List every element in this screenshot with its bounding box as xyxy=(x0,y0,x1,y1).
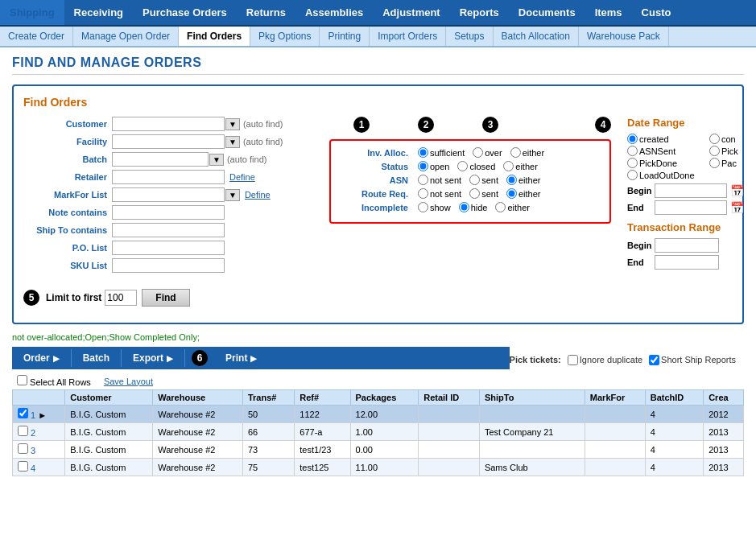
nav-receiving[interactable]: Receiving xyxy=(64,0,133,25)
export-button[interactable]: Export ▶ xyxy=(122,349,184,367)
note-input[interactable] xyxy=(112,205,225,220)
nav-assemblies[interactable]: Assemblies xyxy=(295,0,373,25)
markfor-input[interactable] xyxy=(112,187,225,202)
subnav-import-orders[interactable]: Import Orders xyxy=(370,27,446,46)
retailer-input[interactable] xyxy=(112,170,225,184)
nav-returns[interactable]: Returns xyxy=(237,0,295,25)
inv-alloc-over[interactable]: over xyxy=(473,147,502,158)
asn-not-sent[interactable]: not sent xyxy=(418,175,461,185)
customer-input[interactable] xyxy=(112,117,225,131)
row-checkbox[interactable] xyxy=(18,461,28,472)
trans-begin-input[interactable] xyxy=(655,238,719,253)
ignore-duplicate-check[interactable]: Ignore duplicate xyxy=(568,355,642,365)
batch-input[interactable]: 923 (4) - B.I.G. Custor xyxy=(112,152,209,167)
table-row[interactable]: 1 ► B.I.G. Custom Warehouse #2 50 1122 1… xyxy=(13,406,744,423)
date-radio-loadoutdone[interactable]: LoadOutDone xyxy=(627,170,756,180)
markfor-define-link[interactable]: Define xyxy=(245,190,271,200)
date-radio-pickdone[interactable]: PickDone xyxy=(627,158,706,168)
po-input[interactable] xyxy=(112,241,225,255)
date-radio-pick[interactable]: Pick xyxy=(709,146,756,156)
subnav-find-orders[interactable]: Find Orders xyxy=(179,27,250,46)
nav-adjustment[interactable]: Adjustment xyxy=(373,0,450,25)
nav-documents[interactable]: Documents xyxy=(509,0,585,25)
status-either[interactable]: either xyxy=(503,161,538,171)
select-all-row: Select All Rows Save Layout xyxy=(12,373,744,389)
row-number: 4 xyxy=(31,463,35,473)
date-end-calendar-icon[interactable]: 📅 xyxy=(730,201,744,214)
nav-custom[interactable]: Custo xyxy=(632,0,681,25)
date-radio-con[interactable]: con xyxy=(709,134,756,144)
facility-input[interactable] xyxy=(112,134,225,149)
date-radio-asnsent[interactable]: ASNSent xyxy=(627,146,706,156)
customer-dropdown-btn[interactable]: ▼ xyxy=(225,118,240,130)
subnav-warehouse-pack[interactable]: Warehouse Pack xyxy=(579,27,669,46)
page-title: Find and Manage Orders xyxy=(12,56,744,75)
date-begin-calendar-icon[interactable]: 📅 xyxy=(730,184,744,197)
row-customer: B.I.G. Custom xyxy=(65,406,153,423)
incomplete-either[interactable]: either xyxy=(495,202,530,212)
date-radio-created[interactable]: created xyxy=(627,134,706,144)
find-button[interactable]: Find xyxy=(142,289,189,307)
subnav-pkg-options[interactable]: Pkg Options xyxy=(250,27,320,46)
date-end-label: End xyxy=(627,203,651,212)
save-layout-link[interactable]: Save Layout xyxy=(104,377,153,386)
facility-dropdown-btn[interactable]: ▼ xyxy=(225,136,240,148)
incomplete-hide[interactable]: hide xyxy=(459,202,488,212)
status-open[interactable]: open xyxy=(418,161,449,171)
callout-6: 6 xyxy=(192,350,208,366)
shipto-input[interactable] xyxy=(112,223,225,237)
route-req-sent[interactable]: sent xyxy=(469,188,498,199)
subnav-batch-allocation[interactable]: Batch Allocation xyxy=(494,27,579,46)
batch-button[interactable]: Batch xyxy=(72,349,121,367)
date-begin-input[interactable] xyxy=(655,183,727,198)
ignore-duplicate-checkbox[interactable] xyxy=(568,355,578,365)
row-check-cell: 1 ► xyxy=(13,406,65,423)
select-all-checkbox[interactable] xyxy=(17,375,27,385)
incomplete-show[interactable]: show xyxy=(418,202,451,212)
date-end-input[interactable] xyxy=(655,200,727,215)
table-row[interactable]: 4 B.I.G. Custom Warehouse #2 75 test125 … xyxy=(13,459,744,476)
status-line: not over-allocated;Open;Show Completed O… xyxy=(12,332,744,342)
nav-shipping[interactable]: Shipping xyxy=(0,0,64,25)
row-packages: 12.00 xyxy=(350,406,419,423)
asn-sent[interactable]: sent xyxy=(469,175,498,185)
route-req-not-sent[interactable]: not sent xyxy=(418,188,461,199)
short-ship-reports-check[interactable]: Short Ship Reports xyxy=(649,355,736,365)
short-ship-reports-checkbox[interactable] xyxy=(649,355,659,365)
date-radio-pac[interactable]: Pac xyxy=(709,158,756,168)
facility-label: Facility xyxy=(23,137,112,146)
sku-input[interactable] xyxy=(112,258,225,273)
asn-either[interactable]: either xyxy=(506,175,541,185)
nav-purchase-orders[interactable]: Purchase Orders xyxy=(133,0,237,25)
trans-end-input[interactable] xyxy=(655,255,719,270)
subnav-create-order[interactable]: Create Order xyxy=(0,27,73,46)
row-checkbox[interactable] xyxy=(18,443,28,454)
row-packages: 11.00 xyxy=(350,459,419,476)
nav-items[interactable]: Items xyxy=(585,0,632,25)
incomplete-label: Incomplete xyxy=(341,203,413,212)
status-closed[interactable]: closed xyxy=(457,161,495,171)
order-button[interactable]: Order ▶ xyxy=(12,349,71,367)
row-customer: B.I.G. Custom xyxy=(65,423,153,441)
markfor-dropdown-btn[interactable]: ▼ xyxy=(225,189,240,201)
batch-dropdown-btn[interactable]: ▼ xyxy=(209,154,224,166)
select-all-label[interactable]: Select All Rows xyxy=(17,375,91,387)
col-header-warehouse: Warehouse xyxy=(153,390,243,406)
print-button[interactable]: Print ▶ xyxy=(214,349,268,367)
table-row[interactable]: 3 B.I.G. Custom Warehouse #2 73 test1/23… xyxy=(13,441,744,459)
subnav-setups[interactable]: Setups xyxy=(446,27,493,46)
date-end-row: End 📅 xyxy=(627,200,756,215)
row-number: 1 xyxy=(31,410,35,420)
limit-input[interactable] xyxy=(105,290,137,306)
row-checkbox[interactable] xyxy=(18,426,28,436)
row-checkbox[interactable] xyxy=(18,408,28,418)
route-req-either[interactable]: either xyxy=(506,188,541,199)
retailer-define-link[interactable]: Define xyxy=(229,172,255,182)
table-row[interactable]: 2 B.I.G. Custom Warehouse #2 66 677-a 1.… xyxy=(13,423,744,441)
subnav-printing[interactable]: Printing xyxy=(320,27,370,46)
subnav-manage-open-order[interactable]: Manage Open Order xyxy=(73,27,179,46)
nav-reports[interactable]: Reports xyxy=(450,0,509,25)
inv-alloc-either[interactable]: either xyxy=(510,147,545,158)
row-shipto xyxy=(479,441,585,459)
inv-alloc-sufficient[interactable]: sufficient xyxy=(418,147,465,158)
